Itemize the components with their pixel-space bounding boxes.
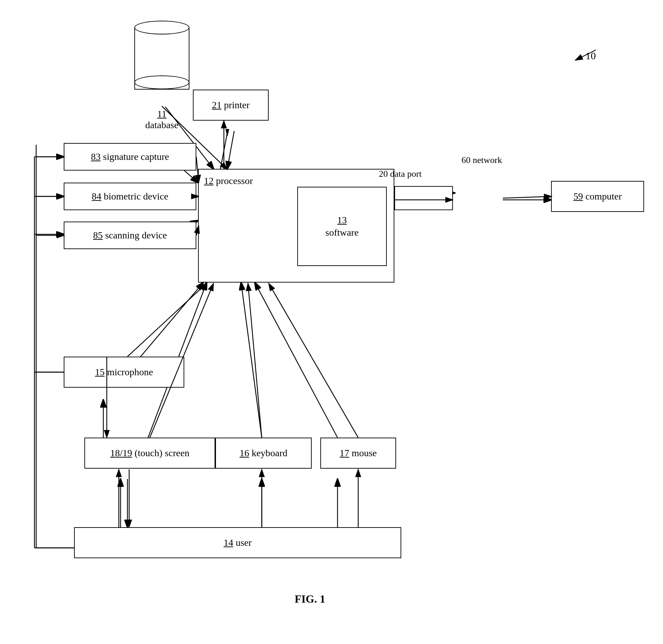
user-box: 14 user bbox=[74, 527, 401, 558]
signature-capture-box: 83 signature capture bbox=[64, 143, 196, 171]
svg-marker-5 bbox=[226, 129, 229, 136]
svg-line-4 bbox=[220, 133, 227, 169]
mouse-box: 17 mouse bbox=[320, 438, 396, 469]
cylinder-bottom bbox=[134, 75, 189, 89]
svg-line-3 bbox=[227, 131, 234, 169]
svg-line-29 bbox=[575, 50, 596, 60]
microphone-box: 15 microphone bbox=[64, 357, 184, 388]
keyboard-box: 16 keyboard bbox=[215, 438, 312, 469]
software-box: 13software bbox=[297, 187, 387, 266]
touch-screen-box: 18/19 (touch) screen bbox=[84, 438, 215, 469]
svg-line-11 bbox=[241, 283, 262, 438]
data-port-box bbox=[394, 186, 453, 210]
scanning-device-box: 85 scanning device bbox=[64, 222, 196, 249]
processor-box: 12 processor 13software bbox=[198, 169, 394, 283]
printer-box: 21 printer bbox=[193, 90, 269, 121]
network-label: 60 network bbox=[462, 155, 502, 165]
database-label: 11 database bbox=[134, 109, 189, 131]
data-port-label: 20 data port bbox=[379, 169, 422, 179]
ref-arrow bbox=[558, 45, 603, 65]
biometric-device-box: 84 biometric device bbox=[64, 183, 196, 210]
database-node bbox=[134, 21, 189, 90]
diagram: 11 database 21 printer 12 processor 13so… bbox=[0, 0, 663, 644]
svg-line-12 bbox=[255, 283, 338, 438]
cylinder-top bbox=[134, 21, 189, 34]
cylinder-body bbox=[134, 28, 189, 90]
figure-caption: FIG. 1 bbox=[258, 593, 362, 605]
computer-box: 59 computer bbox=[551, 181, 644, 212]
